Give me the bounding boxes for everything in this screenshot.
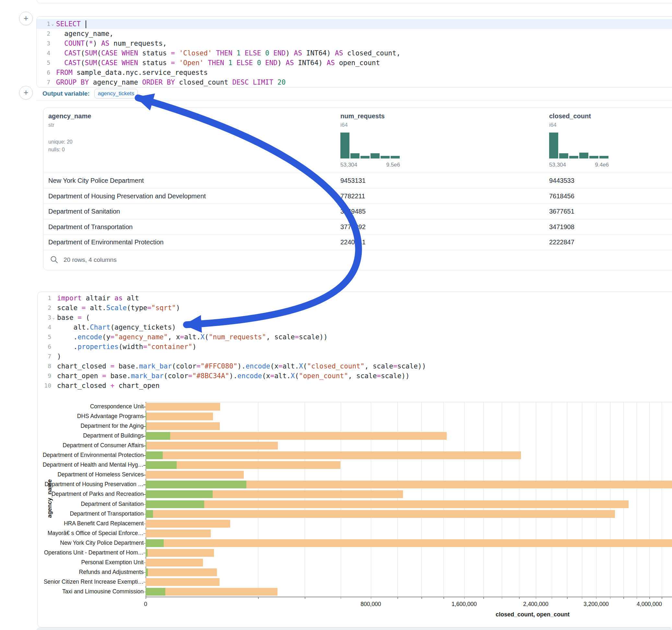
table-row[interactable]: Department of Housing Preservation and D… [44,188,672,204]
code-line: 2 agency_name, [37,29,672,39]
code-line: 9chart_open = base.mark_bar(color="#8BC3… [38,371,672,381]
code-text: ) [56,352,61,361]
code-line: 1⌄SELECT [37,19,672,29]
histogram-bar [391,156,400,159]
table-row[interactable]: Department of Transportation377489234719… [44,219,672,235]
table-cell: 9443533 [549,177,574,185]
column-name: num_requests [340,113,385,120]
line-number: 8 [38,361,51,371]
table-cell: Department of Sanitation [48,208,120,215]
sql-cell[interactable]: 1⌄SELECT 2 agency_name,3 COUNT(*) AS num… [36,16,672,88]
code-text: SELECT [55,19,86,29]
line-number: 5 [37,58,50,68]
next-cell-edge [36,627,672,630]
table-cell: New York City Police Department [48,177,144,185]
table-cell: 9453131 [340,177,366,185]
column-stat: unique: 20 [48,139,73,145]
histogram-range-labels: 53,3049.5e6 [340,162,400,168]
histogram-min-label: 53,304 [549,162,566,168]
fold-spacer [51,361,56,371]
fold-spacer [50,39,55,48]
histogram-bar [589,156,598,159]
code-line: 5 CAST(SUM(CASE WHEN status = 'Open' THE… [37,58,672,68]
text-cursor [86,20,86,28]
line-number: 3 [37,39,50,48]
add-cell-button-top[interactable]: + [19,12,33,25]
code-line: 10chart_closed + chart_open [38,381,672,390]
code-text: FROM sample_data.nyc.service_requests [55,68,208,77]
line-number: 2 [38,303,51,313]
fold-spacer [51,332,56,342]
fold-spacer [51,303,56,313]
chart-x-axis-title: closed_count, open_count [468,611,597,618]
line-number: 1 [37,19,50,29]
histogram-bar [340,132,350,159]
histogram-bar [370,153,380,159]
code-text: agency_name, [55,29,114,39]
histogram-bar [381,156,390,159]
line-number: 7 [37,77,50,87]
code-line: 2scale = alt.Scale(type="sqrt") [38,303,672,313]
histogram-max-label: 9.5e6 [386,162,400,168]
fold-spacer [51,322,56,332]
code-text: import altair as alt [56,293,139,303]
column-header-agency_name: agency_namestrunique: 20nulls: 0 [48,113,91,128]
table-cell: Department of Environmental Protection [48,239,164,246]
code-text: COUNT(*) AS num_requests, [55,39,167,48]
line-number: 6 [37,68,50,77]
code-line: 1import altair as alt [38,293,672,303]
table-cell: 3749485 [340,208,366,215]
fold-spacer [50,58,55,68]
code-line: 4 CAST(SUM(CASE WHEN status = 'Closed' T… [37,48,672,58]
code-text: alt.Chart(agency_tickets) [56,322,176,332]
line-number: 2 [37,29,50,39]
output-variable-row: Output variable: agency_tickets [43,87,138,100]
code-line: 3⌄base = ( [38,313,672,322]
column-header-closed_count: closed_counti6453,3049.4e6 [549,113,591,128]
fold-spacer [51,352,56,361]
add-cell-button-middle[interactable]: + [19,86,33,99]
section-divider [36,100,672,101]
histogram-bar [549,132,558,159]
search-icon[interactable] [50,256,58,264]
table-cell: 3774892 [340,223,366,231]
table-cell: 7782211 [340,193,365,200]
line-number: 7 [38,352,51,361]
table-cell: 7618456 [549,193,574,200]
histogram-bar [599,156,608,159]
line-number: 6 [38,342,51,352]
fold-chevron-icon: ⌄ [51,313,56,322]
code-text: .encode(y="agency_name", x=alt.X("num_re… [56,332,328,342]
column-histogram [340,132,400,159]
fold-spacer [51,371,56,381]
line-number: 3 [38,313,51,322]
code-text: chart_open = base.mark_bar(color="#8BC34… [56,371,409,381]
histogram-range-labels: 53,3049.4e6 [549,162,609,168]
chart-y-axis-title: agency_name [46,466,53,531]
code-line: 3 COUNT(*) AS num_requests, [37,39,672,48]
table-row[interactable]: Department of Environmental Protection22… [44,234,672,250]
fold-spacer [50,48,55,58]
histogram-bar [559,153,568,159]
table-row-count: 20 rows, 4 columns [64,256,117,264]
code-line: 6 .properties(width="container") [38,342,672,352]
histogram-bar [579,153,589,159]
python-code-editor[interactable]: 1import altair as alt2scale = alt.Scale(… [38,292,672,390]
python-cell[interactable]: 1import altair as alt2scale = alt.Scale(… [37,292,672,627]
column-type: str [48,122,91,128]
code-text: scale = alt.Scale(type="sqrt") [56,303,180,313]
histogram-bar [569,156,578,159]
code-line: 8chart_closed = base.mark_bar(color="#FF… [38,361,672,371]
table-row[interactable]: New York City Police Department945313194… [44,173,672,189]
code-text: base = ( [56,313,90,322]
line-number: 4 [37,48,50,58]
output-variable-chip[interactable]: agency_tickets [94,89,138,98]
sql-code-editor[interactable]: 1⌄SELECT 2 agency_name,3 COUNT(*) AS num… [37,17,672,87]
table-row[interactable]: Department of Sanitation37494853677651 [44,203,672,219]
histogram-min-label: 53,304 [340,162,357,168]
line-number: 10 [38,381,51,390]
code-line: 6FROM sample_data.nyc.service_requests [37,68,672,77]
code-text: chart_closed + chart_open [56,381,160,390]
histogram-bar [360,156,369,159]
fold-spacer [50,77,55,87]
